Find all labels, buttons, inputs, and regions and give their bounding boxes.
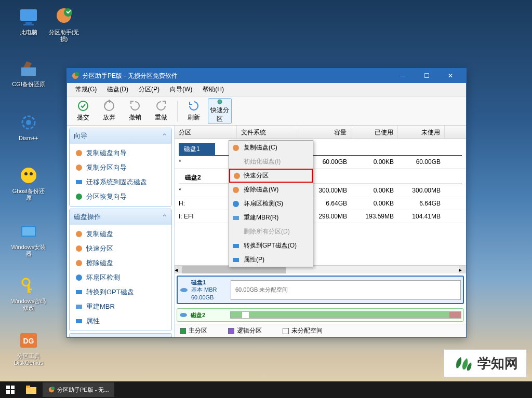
right-area: 分区 文件系统 容量 已使用 未使用 磁盘1 * 60.00GB 0.00KB … (175, 126, 466, 337)
scroll-left-icon[interactable]: ◂ (175, 266, 182, 273)
svg-point-31 (76, 260, 82, 266)
icon-label: CGI备份还原 (10, 81, 47, 88)
icon-label: 分区工具DiskGenius (10, 353, 47, 366)
disk-group-1[interactable]: 磁盘1 (179, 143, 215, 155)
svg-rect-46 (11, 386, 15, 389)
quick-partition-button[interactable]: 快速分区 (208, 98, 232, 124)
svg-point-24 (219, 100, 221, 103)
diskop-wipe[interactable]: 擦除磁盘 (70, 256, 171, 270)
disk1-bar[interactable]: 60.00GB 未分配空间 (231, 280, 461, 300)
legend-unallocated: 未分配空间 (283, 326, 323, 335)
svg-rect-5 (21, 67, 36, 76)
scroll-right-icon[interactable]: ▸ (459, 266, 466, 273)
svg-point-41 (233, 201, 239, 207)
table-row[interactable]: * 60.00GB 0.00KB 60.00GB (175, 156, 466, 169)
svg-point-25 (76, 150, 82, 156)
wizard-copy-disk[interactable]: 复制磁盘向导 (70, 146, 171, 160)
start-button[interactable] (0, 381, 21, 398)
th-unused[interactable]: 未使用 (398, 126, 445, 139)
svg-point-8 (21, 168, 36, 183)
icon-label: 此电脑 (10, 29, 47, 36)
svg-rect-43 (233, 244, 239, 248)
chevron-up-icon: ⌃ (162, 213, 167, 221)
disk2-bar[interactable] (230, 311, 461, 319)
wizard-recover-partition[interactable]: 分区恢复向导 (70, 189, 171, 204)
commit-button[interactable]: 提交 (71, 98, 95, 124)
pending-panel-header[interactable]: 等待执行的操作⌃ (70, 334, 171, 337)
desktop-icon-diskgenius[interactable]: DG 分区工具DiskGenius (10, 330, 47, 366)
desktop-icon-ghost-backup[interactable]: Ghost备份还原 (10, 165, 47, 201)
th-used[interactable]: 已使用 (351, 126, 398, 139)
menu-help[interactable]: 帮助(H) (197, 83, 229, 96)
menu-disk[interactable]: 磁盘(D) (102, 83, 134, 96)
table-body: 磁盘1 * 60.00GB 0.00KB 60.00GB 磁盘2 * 300.0… (175, 139, 466, 265)
titlebar[interactable]: 分区助手PE版 - 无损分区免费软件 ─ ☐ ✕ (67, 68, 466, 83)
taskbar-active-app[interactable]: 分区助手PE版 - 无... (43, 382, 114, 397)
disk1-graphic[interactable]: 磁盘1 基本 MBR 60.00GB 60.00GB 未分配空间 (177, 276, 464, 304)
wizard-panel: 向导⌃ 复制磁盘向导 复制分区向导 迁移系统到固态磁盘 分区恢复向导 (69, 128, 172, 207)
diskops-panel-header[interactable]: 磁盘操作⌃ (70, 209, 171, 225)
cm-copy-disk[interactable]: 复制磁盘(C) (229, 141, 313, 155)
th-capacity[interactable]: 容量 (299, 126, 351, 139)
table-row[interactable]: H: 6.64GB 0.00KB 6.64GB (175, 197, 466, 210)
diskop-rebuild-mbr[interactable]: 重建MBR (70, 299, 171, 314)
diskop-properties[interactable]: 属性 (70, 314, 171, 328)
svg-rect-27 (76, 180, 82, 184)
cm-convert-gpt[interactable]: 转换到GPT磁盘(O) (229, 239, 313, 253)
diskop-copy[interactable]: 复制磁盘 (70, 227, 171, 241)
disk2-graphic[interactable]: 磁盘2 (177, 308, 464, 322)
horizontal-scrollbar[interactable]: ◂ ▸ (175, 265, 466, 273)
menu-general[interactable]: 常规(G) (70, 83, 102, 96)
wizard-migrate-ssd[interactable]: 迁移系统到固态磁盘 (70, 175, 171, 189)
chevron-up-icon: ⌃ (162, 132, 167, 140)
wizard-copy-partition[interactable]: 复制分区向导 (70, 160, 171, 175)
table-row[interactable]: I: EFI 298.00MB 193.59MB 104.41MB (175, 210, 466, 223)
app-icon (48, 386, 55, 393)
desktop-icon-dism[interactable]: Dism++ (10, 112, 47, 142)
desktop-icon-cgi-backup[interactable]: CGI备份还原 (10, 58, 47, 88)
svg-point-37 (180, 313, 187, 317)
desktop-icon-windows-installer[interactable]: Windows安装器 (10, 221, 47, 257)
svg-rect-0 (20, 9, 37, 21)
disk-group-2[interactable]: 磁盘2 (179, 172, 462, 184)
desktop-icon-partition-assistant[interactable]: 分区助手(无损) (46, 6, 82, 43)
th-partition[interactable]: 分区 (175, 126, 237, 139)
undo-button[interactable]: 撤销 (123, 98, 147, 124)
minimize-button[interactable]: ─ (391, 68, 414, 83)
discard-button[interactable]: 放弃 (97, 98, 121, 124)
diskop-badsector[interactable]: 坏扇区检测 (70, 270, 171, 285)
desktop-icon-password[interactable]: Windows密码修改 (10, 275, 47, 311)
svg-rect-42 (233, 216, 239, 220)
cm-rebuild-mbr[interactable]: 重建MBR(R) (229, 211, 313, 225)
redo-button[interactable]: 重做 (149, 98, 173, 124)
menu-partition[interactable]: 分区(P) (134, 83, 165, 96)
taskbar-explorer-icon[interactable] (21, 386, 42, 394)
diskop-quick-partition[interactable]: 快速分区 (70, 241, 171, 256)
svg-point-29 (76, 231, 82, 237)
svg-rect-12 (22, 227, 35, 236)
icon-label: Windows安装器 (10, 244, 47, 257)
svg-point-9 (24, 172, 28, 175)
menu-wizard[interactable]: 向导(W) (165, 83, 197, 96)
table-row[interactable]: * 300.00MB 0.00KB 300.00MB (175, 184, 466, 197)
diskops-panel: 磁盘操作⌃ 复制磁盘 快速分区 擦除磁盘 坏扇区检测 转换到GPT磁盘 重建MB… (69, 209, 172, 331)
desktop-icon-this-pc[interactable]: 此电脑 (10, 6, 47, 36)
svg-rect-45 (6, 386, 10, 389)
maximize-button[interactable]: ☐ (415, 68, 438, 83)
taskbar: 分区助手PE版 - 无... (0, 381, 532, 398)
toolbar: 提交 放弃 撤销 重做 刷新 快速分区 (67, 97, 466, 126)
cm-wipe-disk[interactable]: 擦除磁盘(W) (229, 183, 313, 197)
scroll-thumb[interactable] (182, 266, 286, 273)
close-button[interactable]: ✕ (439, 68, 462, 83)
refresh-button[interactable]: 刷新 (182, 98, 206, 124)
cm-quick-partition[interactable]: 快速分区 (229, 169, 313, 183)
diskop-convert-gpt[interactable]: 转换到GPT磁盘 (70, 285, 171, 299)
cm-properties[interactable]: 属性(P) (229, 253, 313, 267)
app-icon (71, 72, 79, 80)
watermark: 学知网 (444, 349, 527, 377)
th-filesystem[interactable]: 文件系统 (237, 126, 299, 139)
cm-bad-sector[interactable]: 坏扇区检测(S) (229, 197, 313, 211)
wizard-panel-header[interactable]: 向导⌃ (70, 128, 171, 144)
svg-rect-1 (25, 22, 32, 24)
icon-label: 分区助手(无损) (46, 29, 82, 43)
